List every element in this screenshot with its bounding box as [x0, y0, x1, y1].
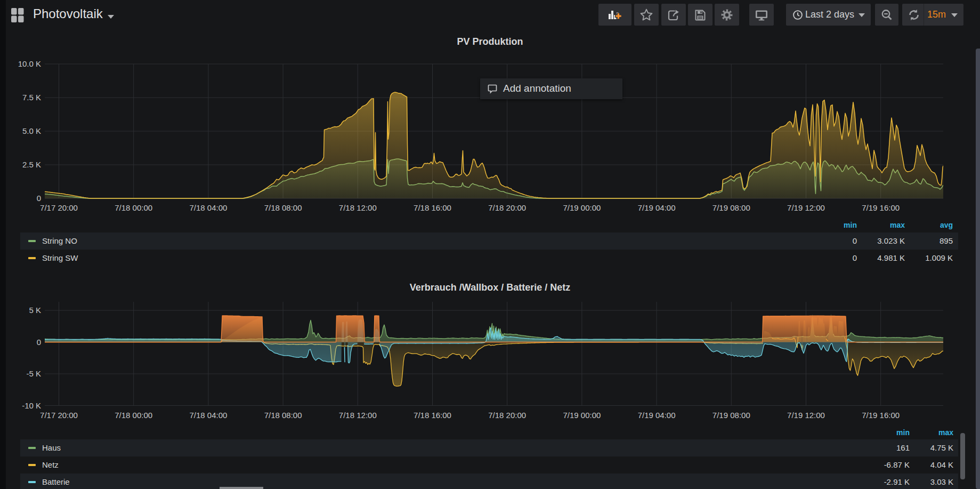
svg-text:5.0 K: 5.0 K — [22, 126, 41, 135]
svg-text:7/19 16:00: 7/19 16:00 — [862, 411, 900, 420]
svg-text:7/18 16:00: 7/18 16:00 — [414, 203, 451, 212]
svg-text:7/19 16:00: 7/19 16:00 — [862, 203, 900, 212]
svg-text:7/17 20:00: 7/17 20:00 — [40, 411, 78, 420]
svg-text:0: 0 — [37, 338, 41, 347]
svg-text:7/18 20:00: 7/18 20:00 — [488, 411, 526, 420]
svg-text:7/19 12:00: 7/19 12:00 — [787, 203, 825, 212]
svg-text:7/17 20:00: 7/17 20:00 — [40, 203, 78, 212]
svg-text:0: 0 — [37, 194, 41, 203]
svg-text:7/19 12:00: 7/19 12:00 — [787, 411, 825, 420]
svg-text:7/18 16:00: 7/18 16:00 — [414, 411, 451, 420]
svg-text:-5 K: -5 K — [26, 369, 41, 378]
svg-text:7/19 00:00: 7/19 00:00 — [563, 203, 601, 212]
svg-text:7/19 08:00: 7/19 08:00 — [712, 203, 750, 212]
svg-text:7/18 04:00: 7/18 04:00 — [189, 203, 227, 212]
svg-text:7/18 00:00: 7/18 00:00 — [115, 411, 152, 420]
svg-text:7/18 08:00: 7/18 08:00 — [264, 411, 302, 420]
svg-text:7/19 04:00: 7/19 04:00 — [638, 411, 676, 420]
svg-text:7/19 04:00: 7/19 04:00 — [638, 203, 676, 212]
svg-text:10.0 K: 10.0 K — [18, 59, 41, 68]
svg-text:-10 K: -10 K — [22, 401, 41, 410]
svg-text:5 K: 5 K — [29, 306, 41, 315]
svg-text:2.5 K: 2.5 K — [22, 160, 41, 169]
svg-text:7/19 08:00: 7/19 08:00 — [712, 411, 750, 420]
svg-text:7/18 08:00: 7/18 08:00 — [264, 203, 302, 212]
svg-text:7.5 K: 7.5 K — [22, 93, 41, 102]
svg-text:7/18 00:00: 7/18 00:00 — [115, 203, 152, 212]
svg-text:7/18 04:00: 7/18 04:00 — [189, 411, 227, 420]
svg-text:7/19 00:00: 7/19 00:00 — [563, 411, 601, 420]
svg-text:7/18 20:00: 7/18 20:00 — [488, 203, 526, 212]
svg-text:7/18 12:00: 7/18 12:00 — [339, 203, 377, 212]
svg-text:7/18 12:00: 7/18 12:00 — [339, 411, 377, 420]
